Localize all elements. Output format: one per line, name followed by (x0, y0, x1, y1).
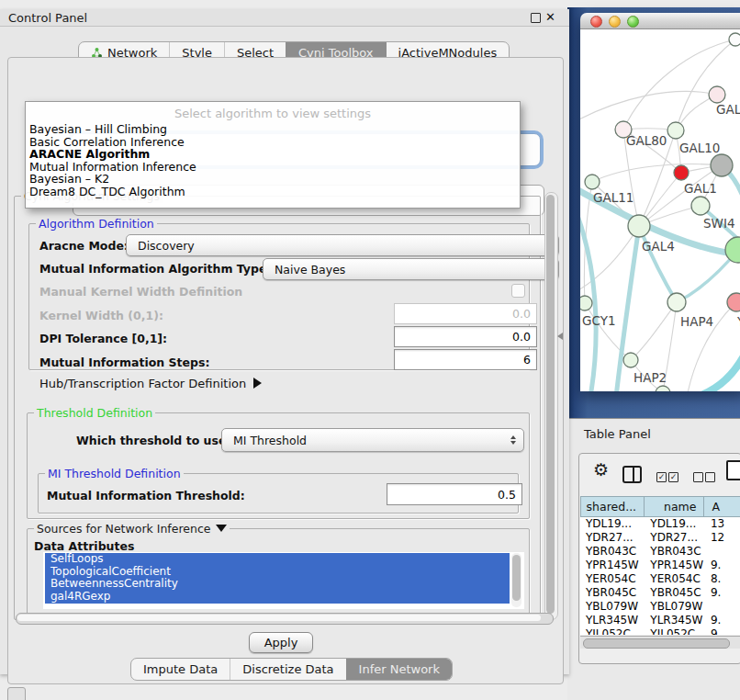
table-row[interactable]: YLR345WYLR345W9. (580, 614, 740, 627)
minimize-window-button[interactable] (609, 16, 621, 28)
table-cell: 12 (705, 531, 740, 545)
table-horizontal-scrollbar[interactable] (580, 636, 740, 649)
close-window-button[interactable] (590, 16, 602, 28)
dpi-tolerance-field[interactable]: 0.0 (394, 326, 537, 347)
attribute-item-gal4rgexp[interactable]: gal4RGexp (45, 591, 510, 604)
network-edge-thick[interactable] (690, 351, 740, 391)
panel-divider-handle[interactable] (557, 333, 563, 340)
network-node-y[interactable] (727, 293, 740, 311)
network-node-gal1[interactable] (691, 197, 710, 215)
settings-horizontal-scrollbar[interactable] (16, 613, 554, 625)
table-row[interactable]: YBL079WYBL079W (580, 600, 740, 614)
hub-definition-toggle[interactable]: Hub/Transcription Factor Definition (39, 377, 262, 390)
export-table-icon[interactable] (726, 460, 740, 480)
attribute-item-betweennesscentrality[interactable]: BetweennessCentrality (45, 578, 510, 591)
table-cell (705, 600, 740, 614)
table-row[interactable]: YPR145WYPR145W9. (580, 559, 740, 572)
data-attributes-list[interactable]: SelfLoopsTopologicalCoefficientBetweenne… (43, 552, 524, 609)
table-cell: YPR145W (580, 559, 645, 572)
algorithm-dropdown: Select algorithm to view settings Bayesi… (25, 101, 521, 209)
network-node[interactable] (711, 154, 733, 176)
network-node-gal11[interactable] (585, 175, 600, 189)
network-node-hap2[interactable] (623, 353, 638, 367)
gear-icon[interactable]: ⚙ (593, 461, 609, 479)
network-node-hap4[interactable] (667, 293, 686, 311)
control-panel-window: Control Panel ✕ NetworkStyleSelectCyni T… (0, 9, 569, 674)
table-row[interactable]: YBR043CYBR043C (580, 545, 740, 559)
table-panel-title: Table Panel (584, 427, 651, 441)
network-node-swi4[interactable] (725, 237, 740, 263)
node-label-gal80: GAL80 (626, 133, 667, 148)
network-edge[interactable] (592, 164, 722, 182)
unchecked-checkbox-icon[interactable] (693, 472, 703, 482)
dropdown-item-dream8-dc-tdc-algorithm[interactable]: Dream8 DC_TDC Algorithm (29, 186, 516, 198)
column-header-a[interactable]: A (704, 496, 740, 517)
dpi-tolerance-value: 0.0 (512, 330, 531, 344)
checked-checkbox-icon[interactable]: ✓ (668, 472, 678, 482)
application-root: GALGAL80GAL10GAL1GAL11GAL4SWI4GCY1HAP4YH… (0, 0, 740, 700)
network-node-gal[interactable] (709, 86, 725, 103)
attribute-item-topologicalcoefficient[interactable]: TopologicalCoefficient (45, 566, 510, 579)
dropdown-item-basic-correlation-inference[interactable]: Basic Correlation Inference (29, 136, 516, 149)
network-window-titlebar[interactable] (580, 13, 740, 29)
columns-icon[interactable] (622, 466, 642, 483)
tab-impute-data[interactable]: Impute Data (131, 659, 230, 680)
node-label-hap4: HAP4 (680, 314, 713, 329)
panel-grip[interactable] (7, 687, 26, 700)
cyni-bottom-tabs: Impute DataDiscretize DataInfer Network (130, 658, 453, 681)
network-edge[interactable] (676, 40, 735, 130)
scrollbar-thumb[interactable] (512, 555, 521, 601)
network-node[interactable] (656, 386, 670, 391)
aracne-mode-combobox[interactable]: Discovery (126, 234, 559, 256)
table-cell: YBR045C (580, 586, 645, 600)
mi-steps-value: 6 (523, 353, 531, 367)
dropdown-item-bayesian-hill-climbing[interactable]: Bayesian – Hill Climbing (29, 123, 516, 136)
column-header-name[interactable]: name (645, 496, 704, 517)
dropdown-item-aracne-algorithm[interactable]: ARACNE Algorithm (29, 148, 516, 161)
table-row[interactable]: YER054CYER054C8. (580, 572, 740, 586)
scrollbar-thumb[interactable] (546, 195, 555, 614)
tab-discretize-data[interactable]: Discretize Data (230, 659, 345, 680)
node-label-gal10: GAL10 (679, 141, 720, 155)
mi-type-combobox[interactable]: Naive Bayes (263, 258, 559, 280)
settings-vertical-scrollbar[interactable] (544, 192, 558, 620)
attribute-item-selfloops[interactable]: SelfLoops (45, 553, 510, 566)
scrollbar-thumb[interactable] (17, 615, 541, 621)
attributes-scrollbar[interactable] (511, 553, 521, 607)
kernel-width-field[interactable]: 0.0 (394, 303, 537, 324)
table-cell: 13 (705, 517, 740, 531)
checked-checkbox-icon[interactable]: ✓ (656, 472, 667, 482)
selected-attributes: SelfLoopsTopologicalCoefficientBetweenne… (45, 553, 510, 604)
network-node-gal4[interactable] (628, 215, 650, 237)
control-panel-titlebar[interactable]: Control Panel ✕ (0, 9, 569, 27)
apply-button[interactable]: Apply (249, 632, 313, 653)
sources-group-title[interactable]: Sources for Network Inference (34, 522, 230, 536)
table-row[interactable]: YIL052CYIL052C9 (580, 627, 740, 635)
table-row[interactable]: YDR27...YDR27...12 (580, 531, 740, 545)
table-cell (705, 545, 740, 559)
unchecked-checkbox-icon[interactable] (705, 472, 715, 482)
dropdown-item-mutual-information-inference[interactable]: Mutual Information Inference (29, 161, 516, 174)
column-header-shared[interactable]: shared... (580, 496, 645, 517)
network-node[interactable] (729, 33, 740, 46)
close-panel-icon[interactable]: ✕ (545, 10, 555, 24)
network-canvas[interactable]: GALGAL80GAL10GAL1GAL11GAL4SWI4GCY1HAP4YH… (580, 29, 740, 391)
zoom-window-button[interactable] (627, 16, 639, 28)
which-threshold-value: MI Threshold (233, 434, 307, 447)
network-edge[interactable] (580, 91, 717, 121)
mi-threshold-field[interactable]: 0.5 (387, 483, 522, 505)
table-row[interactable]: YDL19...YDL19...13 (580, 517, 740, 531)
manual-kernel-checkbox[interactable] (511, 284, 525, 298)
scrollbar-thumb[interactable] (583, 638, 730, 649)
node-label-gal4: GAL4 (642, 239, 675, 254)
dropdown-item-bayesian-k2[interactable]: Bayesian – K2 (29, 173, 516, 186)
table-cell: YDL19... (645, 517, 705, 531)
network-node[interactable] (674, 165, 689, 180)
mi-steps-field[interactable]: 6 (394, 349, 537, 370)
which-threshold-combobox[interactable]: MI Threshold (221, 428, 524, 452)
float-panel-icon[interactable] (531, 13, 541, 23)
table-row[interactable]: YBR045CYBR045C9. (580, 586, 740, 600)
network-node-gcy1[interactable] (580, 296, 592, 310)
network-node-gal10[interactable] (667, 122, 684, 139)
tab-infer-network[interactable]: Infer Network (346, 659, 452, 680)
